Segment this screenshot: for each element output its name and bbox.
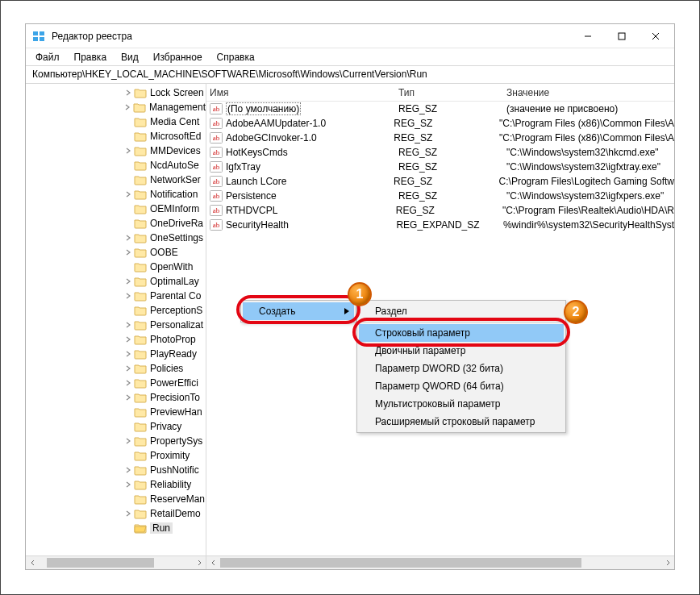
expander-icon[interactable] [123, 235, 134, 241]
tree-item[interactable]: OneDriveRa [26, 216, 206, 231]
scroll-track[interactable] [220, 556, 660, 569]
value-type: REG_SZ [396, 205, 502, 216]
close-button[interactable] [639, 24, 673, 48]
list-row[interactable]: abRTHDVCPLREG_SZ"C:\Program Files\Realte… [206, 203, 674, 218]
tree-item[interactable]: NetworkSer [26, 173, 206, 187]
tree-scroll[interactable]: Lock ScreenManagementMedia CentMicrosoft… [26, 84, 206, 555]
tree-item[interactable]: Proximity [26, 448, 206, 463]
ctx-submenu-item[interactable]: Раздел [359, 302, 564, 320]
tree-item[interactable]: Parental Co [26, 289, 206, 303]
expander-icon[interactable] [123, 278, 134, 285]
tree-item[interactable]: OOBE [26, 245, 206, 260]
col-header-name[interactable]: Имя [210, 87, 398, 98]
tree-item[interactable]: PhotoProp [26, 332, 206, 347]
value-type: REG_SZ [398, 190, 506, 202]
expander-icon[interactable] [123, 293, 134, 299]
scroll-right-icon[interactable] [192, 556, 206, 569]
tree-item-label: OOBE [150, 247, 178, 258]
tree-item[interactable]: Reliability [26, 477, 206, 492]
expander-icon[interactable] [123, 481, 134, 488]
ctx-submenu-item[interactable]: Параметр DWORD (32 бита) [359, 360, 564, 377]
tree-item[interactable]: OEMInform [26, 202, 206, 216]
col-header-data[interactable]: Значение [506, 87, 674, 98]
tree-item[interactable]: ReserveMan [26, 492, 206, 506]
scroll-left-icon[interactable] [206, 556, 220, 569]
tree-item[interactable]: OpenWith [26, 260, 206, 274]
list-row[interactable]: abAdobeGCInvoker-1.0REG_SZ"C:\Program Fi… [206, 131, 674, 145]
maximize-button[interactable] [605, 24, 639, 48]
list-hscrollbar[interactable] [206, 555, 674, 569]
expander-icon[interactable] [123, 89, 134, 96]
tree-item-label: NetworkSer [150, 174, 201, 185]
menu-fav[interactable]: Избранное [147, 50, 209, 64]
expander-icon[interactable] [123, 148, 134, 154]
scroll-left-icon[interactable] [26, 556, 40, 569]
ctx-submenu-item[interactable]: Двоичный параметр [359, 342, 564, 360]
svg-rect-5 [619, 33, 625, 40]
expander-icon[interactable] [123, 380, 134, 386]
ctx-submenu-item[interactable]: Расширяемый строковый параметр [359, 413, 564, 431]
ctx-create[interactable]: Создать [243, 302, 354, 320]
list-row[interactable]: abSecurityHealthREG_EXPAND_SZ%windir%\sy… [206, 218, 674, 232]
expander-icon[interactable] [123, 351, 134, 357]
tree-item[interactable]: NcdAutoSe [26, 158, 206, 173]
expander-icon[interactable] [123, 336, 134, 343]
menu-edit[interactable]: Правка [68, 50, 114, 64]
list-row[interactable]: abPersistenceREG_SZ"C:\Windows\system32\… [206, 189, 674, 203]
scroll-thumb[interactable] [47, 558, 153, 568]
tree-item-label: OptimalLay [150, 276, 199, 287]
tree-item[interactable]: Policies [26, 361, 206, 376]
expander-icon[interactable] [123, 191, 134, 198]
tree-item[interactable]: PlayReady [26, 347, 206, 361]
menu-view[interactable]: Вид [115, 50, 145, 64]
tree-item[interactable]: RetailDemo [26, 506, 206, 521]
tree-item[interactable]: MMDevices [26, 144, 206, 158]
menu-file[interactable]: Файл [29, 50, 66, 64]
list-row[interactable]: abLaunch LCoreREG_SZC:\Program Files\Log… [206, 174, 674, 189]
tree-item[interactable]: Personalizat [26, 318, 206, 332]
folder-icon [134, 319, 147, 331]
tree-item[interactable]: OneSettings [26, 231, 206, 245]
menu-help[interactable]: Справка [210, 50, 261, 64]
list-row[interactable]: abHotKeysCmdsREG_SZ"C:\Windows\system32\… [206, 145, 674, 160]
ctx-submenu-item[interactable]: Строковый параметр [359, 324, 564, 342]
list-row[interactable]: abIgfxTrayREG_SZ"C:\Windows\system32\igf… [206, 160, 674, 174]
tree-item-label: PowerEffici [150, 377, 198, 389]
tree-item[interactable]: Media Cent [26, 114, 206, 129]
scroll-thumb[interactable] [220, 558, 581, 568]
tree-item[interactable]: Privacy [26, 419, 206, 434]
scroll-right-icon[interactable] [660, 556, 674, 569]
expander-icon[interactable] [123, 365, 134, 372]
tree-item[interactable]: Run [26, 521, 206, 535]
tree-item[interactable]: Management [26, 100, 206, 114]
tree-item[interactable]: Notification [26, 187, 206, 202]
expander-icon[interactable] [123, 510, 134, 517]
tree-hscrollbar[interactable] [26, 555, 206, 569]
ctx-submenu-item[interactable]: Параметр QWORD (64 бита) [359, 377, 564, 395]
list-row[interactable]: abAdobeAAMUpdater-1.0REG_SZ"C:\Program F… [206, 116, 674, 131]
tree-item[interactable]: PreviewHan [26, 405, 206, 419]
scroll-track[interactable] [40, 556, 192, 569]
svg-text:ab: ab [213, 163, 220, 171]
expander-icon[interactable] [122, 104, 133, 110]
tree-item[interactable]: PowerEffici [26, 376, 206, 390]
ctx-submenu-item[interactable]: Мультистроковый параметр [359, 395, 564, 413]
expander-icon[interactable] [123, 322, 134, 328]
expander-icon[interactable] [123, 394, 134, 401]
addressbar[interactable]: Компьютер\HKEY_LOCAL_MACHINE\SOFTWARE\Mi… [26, 66, 674, 84]
tree-item[interactable]: PropertySys [26, 434, 206, 448]
tree-item[interactable]: PushNotific [26, 463, 206, 477]
list-header: Имя Тип Значение [206, 84, 674, 102]
tree-item[interactable]: MicrosoftEd [26, 129, 206, 144]
expander-icon[interactable] [123, 467, 134, 473]
expander-icon[interactable] [123, 438, 134, 444]
tree-item[interactable]: OptimalLay [26, 274, 206, 289]
folder-icon [134, 116, 147, 127]
tree-item[interactable]: Lock Screen [26, 85, 206, 100]
expander-icon[interactable] [123, 249, 134, 256]
tree-item[interactable]: PerceptionS [26, 303, 206, 318]
tree-item[interactable]: PrecisionTo [26, 390, 206, 405]
col-header-type[interactable]: Тип [398, 87, 506, 98]
list-row[interactable]: ab(По умолчанию)REG_SZ(значение не присв… [206, 102, 674, 116]
minimize-button[interactable] [571, 24, 605, 48]
